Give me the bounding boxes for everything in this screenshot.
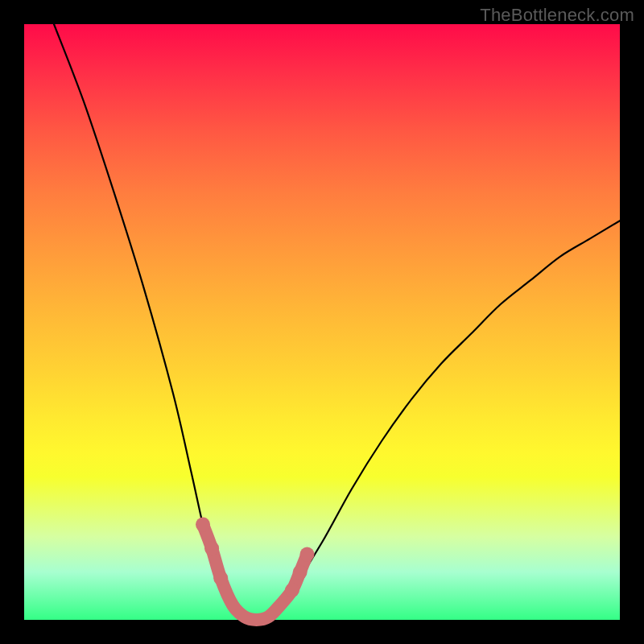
marker-dot (196, 518, 210, 532)
chart-svg (24, 24, 620, 620)
marker-dot (213, 571, 228, 585)
bottleneck-curve (54, 24, 620, 621)
chart-frame: TheBottleneck.com (0, 0, 644, 644)
marker-dot (300, 547, 315, 562)
highlight-markers (196, 518, 315, 620)
marker-dot (285, 583, 299, 597)
marker-dot (293, 565, 308, 580)
plot-area (24, 24, 620, 620)
watermark-text: TheBottleneck.com (480, 5, 634, 26)
marker-dot (204, 541, 219, 555)
